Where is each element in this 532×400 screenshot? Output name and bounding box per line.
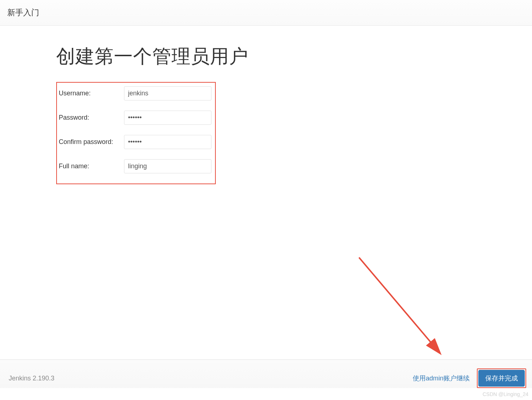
continue-as-admin-link[interactable]: 使用admin账户继续 <box>413 374 470 383</box>
save-and-finish-button[interactable]: 保存并完成 <box>478 370 525 387</box>
main-content: 创建第一个管理员用户 Username: Password: Confirm p… <box>0 26 532 184</box>
footer-actions: 使用admin账户继续 保存并完成 <box>413 368 526 388</box>
confirm-password-input[interactable] <box>124 135 211 149</box>
annotation-arrow-icon <box>355 254 464 363</box>
save-button-highlight: 保存并完成 <box>477 368 526 388</box>
create-user-form: Username: Password: Confirm password: Fu… <box>56 82 216 184</box>
svg-line-1 <box>359 257 439 352</box>
confirm-password-row: Confirm password: <box>59 135 211 149</box>
version-label: Jenkins 2.190.3 <box>9 375 54 382</box>
fullname-input[interactable] <box>124 159 211 173</box>
username-row: Username: <box>59 86 211 100</box>
password-label: Password: <box>59 114 124 121</box>
password-row: Password: <box>59 111 211 125</box>
watermark-text: CSDN @Linging_24 <box>483 391 528 397</box>
fullname-row: Full name: <box>59 159 211 173</box>
username-label: Username: <box>59 90 124 97</box>
page-header: 新手入门 <box>0 0 532 26</box>
password-input[interactable] <box>124 111 211 125</box>
page-title: 创建第一个管理员用户 <box>56 44 532 69</box>
fullname-label: Full name: <box>59 162 124 170</box>
confirm-password-label: Confirm password: <box>59 138 124 146</box>
page-footer: Jenkins 2.190.3 使用admin账户继续 保存并完成 <box>0 359 532 388</box>
username-input[interactable] <box>124 86 211 100</box>
header-title: 新手入门 <box>7 7 525 18</box>
